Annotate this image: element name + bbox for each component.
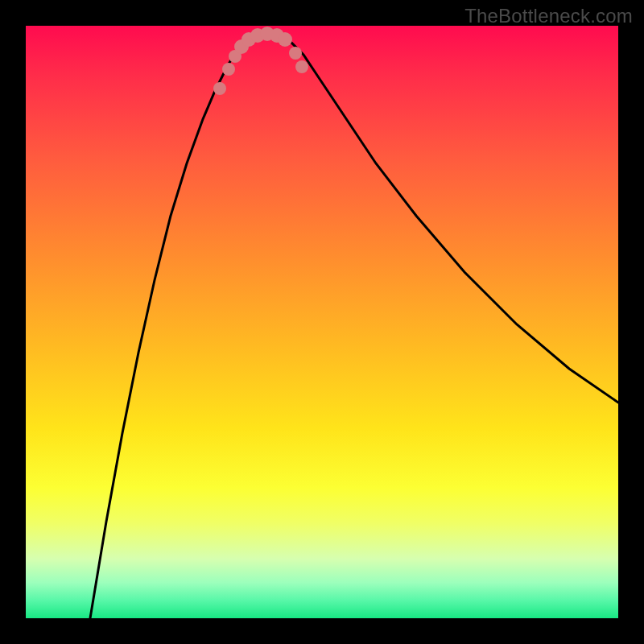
chart-frame: TheBottleneck.com: [0, 0, 644, 644]
curve-marker: [289, 47, 302, 60]
chart-plot-area: [26, 26, 618, 618]
curve-marker: [295, 60, 308, 73]
watermark-text: TheBottleneck.com: [464, 5, 633, 27]
curve-path: [90, 34, 618, 618]
curve-markers: [213, 27, 308, 95]
curve-marker: [222, 63, 235, 76]
curve-marker: [278, 32, 292, 47]
curve-marker: [213, 82, 226, 95]
bottleneck-curve: [26, 26, 618, 618]
